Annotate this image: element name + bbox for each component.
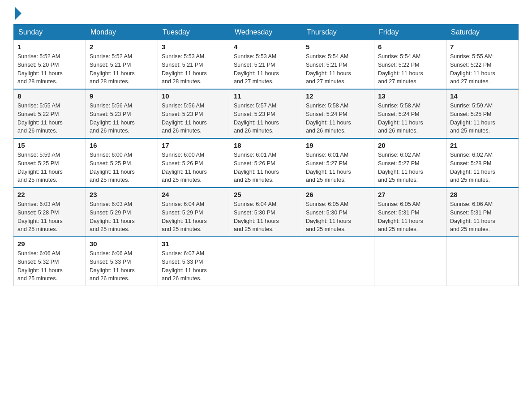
day-number: 28: [450, 191, 515, 198]
day-number: 15: [17, 141, 82, 149]
day-sun-info: Sunrise: 5:58 AMSunset: 5:24 PMDaylight:…: [378, 102, 442, 135]
day-of-week-header: Monday: [86, 25, 158, 40]
calendar-day-cell: 24Sunrise: 6:04 AMSunset: 5:29 PMDayligh…: [158, 188, 230, 237]
calendar-day-cell: 5Sunrise: 5:54 AMSunset: 5:21 PMDaylight…: [302, 40, 374, 90]
day-sun-info: Sunrise: 6:05 AMSunset: 5:31 PMDaylight:…: [378, 200, 442, 234]
page-header: [13, 9, 519, 20]
day-sun-info: Sunrise: 5:59 AMSunset: 5:25 PMDaylight:…: [450, 102, 515, 135]
day-sun-info: Sunrise: 6:03 AMSunset: 5:28 PMDaylight:…: [17, 200, 82, 234]
calendar-day-cell: 3Sunrise: 5:53 AMSunset: 5:21 PMDaylight…: [158, 40, 230, 90]
day-number: 26: [306, 191, 370, 198]
calendar-day-cell: 30Sunrise: 6:06 AMSunset: 5:33 PMDayligh…: [86, 237, 158, 286]
day-sun-info: Sunrise: 6:06 AMSunset: 5:33 PMDaylight:…: [90, 249, 154, 283]
calendar-day-cell: 21Sunrise: 6:02 AMSunset: 5:28 PMDayligh…: [446, 138, 519, 188]
calendar-day-cell: 28Sunrise: 6:06 AMSunset: 5:31 PMDayligh…: [446, 188, 519, 237]
calendar-day-cell: 23Sunrise: 6:03 AMSunset: 5:29 PMDayligh…: [86, 188, 158, 237]
calendar-day-cell: 20Sunrise: 6:02 AMSunset: 5:27 PMDayligh…: [374, 138, 446, 188]
day-sun-info: Sunrise: 5:56 AMSunset: 5:23 PMDaylight:…: [90, 102, 154, 135]
day-number: 25: [234, 191, 298, 198]
day-number: 24: [162, 191, 226, 198]
calendar-day-cell: 19Sunrise: 6:01 AMSunset: 5:27 PMDayligh…: [302, 138, 374, 188]
day-number: 21: [450, 141, 515, 149]
day-sun-info: Sunrise: 5:52 AMSunset: 5:20 PMDaylight:…: [17, 52, 82, 86]
calendar-week-row: 29Sunrise: 6:06 AMSunset: 5:32 PMDayligh…: [14, 237, 519, 286]
day-number: 19: [306, 141, 370, 149]
day-of-week-header: Wednesday: [230, 25, 302, 40]
day-of-week-header: Saturday: [446, 25, 519, 40]
day-sun-info: Sunrise: 6:04 AMSunset: 5:29 PMDaylight:…: [162, 200, 226, 234]
day-of-week-header: Sunday: [14, 25, 86, 40]
calendar-day-cell: 7Sunrise: 5:55 AMSunset: 5:22 PMDaylight…: [446, 40, 519, 90]
day-number: 29: [17, 240, 82, 248]
day-number: 2: [90, 43, 154, 51]
day-number: 22: [17, 191, 82, 198]
day-sun-info: Sunrise: 5:55 AMSunset: 5:22 PMDaylight:…: [450, 52, 515, 86]
day-sun-info: Sunrise: 5:57 AMSunset: 5:23 PMDaylight:…: [234, 102, 298, 135]
day-sun-info: Sunrise: 6:01 AMSunset: 5:26 PMDaylight:…: [234, 151, 298, 184]
day-number: 13: [378, 92, 442, 100]
calendar-day-cell: 17Sunrise: 6:00 AMSunset: 5:26 PMDayligh…: [158, 138, 230, 188]
calendar-week-row: 8Sunrise: 5:55 AMSunset: 5:22 PMDaylight…: [14, 89, 519, 138]
day-number: 27: [378, 191, 442, 198]
day-sun-info: Sunrise: 6:03 AMSunset: 5:29 PMDaylight:…: [90, 200, 154, 234]
day-sun-info: Sunrise: 6:00 AMSunset: 5:25 PMDaylight:…: [90, 151, 154, 184]
calendar-day-cell: 22Sunrise: 6:03 AMSunset: 5:28 PMDayligh…: [14, 188, 86, 237]
calendar-day-cell: [230, 237, 302, 286]
calendar-day-cell: 11Sunrise: 5:57 AMSunset: 5:23 PMDayligh…: [230, 89, 302, 138]
day-number: 6: [378, 43, 442, 51]
day-number: 18: [234, 141, 298, 149]
calendar-day-cell: [374, 237, 446, 286]
calendar-day-cell: 25Sunrise: 6:04 AMSunset: 5:30 PMDayligh…: [230, 188, 302, 237]
day-sun-info: Sunrise: 5:53 AMSunset: 5:21 PMDaylight:…: [234, 52, 298, 86]
calendar-week-row: 22Sunrise: 6:03 AMSunset: 5:28 PMDayligh…: [14, 188, 519, 237]
day-sun-info: Sunrise: 6:00 AMSunset: 5:26 PMDaylight:…: [162, 151, 226, 184]
day-of-week-header: Tuesday: [158, 25, 230, 40]
day-sun-info: Sunrise: 6:02 AMSunset: 5:28 PMDaylight:…: [450, 151, 515, 184]
calendar-week-row: 15Sunrise: 5:59 AMSunset: 5:25 PMDayligh…: [14, 138, 519, 188]
calendar-day-cell: 13Sunrise: 5:58 AMSunset: 5:24 PMDayligh…: [374, 89, 446, 138]
day-sun-info: Sunrise: 5:54 AMSunset: 5:21 PMDaylight:…: [306, 52, 370, 86]
calendar-day-cell: 12Sunrise: 5:58 AMSunset: 5:24 PMDayligh…: [302, 89, 374, 138]
day-number: 3: [162, 43, 226, 51]
calendar-day-cell: 15Sunrise: 5:59 AMSunset: 5:25 PMDayligh…: [14, 138, 86, 188]
day-number: 16: [90, 141, 154, 149]
day-number: 23: [90, 191, 154, 198]
calendar-day-cell: 31Sunrise: 6:07 AMSunset: 5:33 PMDayligh…: [158, 237, 230, 286]
calendar-day-cell: 6Sunrise: 5:54 AMSunset: 5:22 PMDaylight…: [374, 40, 446, 90]
day-sun-info: Sunrise: 6:07 AMSunset: 5:33 PMDaylight:…: [162, 249, 226, 283]
day-number: 14: [450, 92, 515, 100]
day-sun-info: Sunrise: 5:58 AMSunset: 5:24 PMDaylight:…: [306, 102, 370, 135]
day-number: 30: [90, 240, 154, 248]
calendar-week-row: 1Sunrise: 5:52 AMSunset: 5:20 PMDaylight…: [14, 40, 519, 90]
calendar-day-cell: 14Sunrise: 5:59 AMSunset: 5:25 PMDayligh…: [446, 89, 519, 138]
day-sun-info: Sunrise: 5:56 AMSunset: 5:23 PMDaylight:…: [162, 102, 226, 135]
calendar-day-cell: 16Sunrise: 6:00 AMSunset: 5:25 PMDayligh…: [86, 138, 158, 188]
day-number: 17: [162, 141, 226, 149]
day-number: 4: [234, 43, 298, 51]
calendar-day-cell: [302, 237, 374, 286]
day-sun-info: Sunrise: 5:54 AMSunset: 5:22 PMDaylight:…: [378, 52, 442, 86]
day-number: 5: [306, 43, 370, 51]
day-sun-info: Sunrise: 5:53 AMSunset: 5:21 PMDaylight:…: [162, 52, 226, 86]
calendar-day-cell: 1Sunrise: 5:52 AMSunset: 5:20 PMDaylight…: [14, 40, 86, 90]
day-sun-info: Sunrise: 6:06 AMSunset: 5:32 PMDaylight:…: [17, 249, 82, 283]
logo-arrow-icon: [15, 7, 21, 20]
calendar-header-row: SundayMondayTuesdayWednesdayThursdayFrid…: [14, 25, 519, 40]
day-sun-info: Sunrise: 5:55 AMSunset: 5:22 PMDaylight:…: [17, 102, 82, 135]
calendar-day-cell: [446, 237, 519, 286]
calendar-day-cell: 4Sunrise: 5:53 AMSunset: 5:21 PMDaylight…: [230, 40, 302, 90]
calendar-day-cell: 8Sunrise: 5:55 AMSunset: 5:22 PMDaylight…: [14, 89, 86, 138]
day-number: 10: [162, 92, 226, 100]
day-number: 11: [234, 92, 298, 100]
logo: [13, 9, 21, 20]
calendar-day-cell: 10Sunrise: 5:56 AMSunset: 5:23 PMDayligh…: [158, 89, 230, 138]
day-sun-info: Sunrise: 6:05 AMSunset: 5:30 PMDaylight:…: [306, 200, 370, 234]
day-sun-info: Sunrise: 5:52 AMSunset: 5:21 PMDaylight:…: [90, 52, 154, 86]
day-number: 8: [17, 92, 82, 100]
day-sun-info: Sunrise: 6:01 AMSunset: 5:27 PMDaylight:…: [306, 151, 370, 184]
calendar-day-cell: 26Sunrise: 6:05 AMSunset: 5:30 PMDayligh…: [302, 188, 374, 237]
day-of-week-header: Thursday: [302, 25, 374, 40]
day-number: 12: [306, 92, 370, 100]
day-of-week-header: Friday: [374, 25, 446, 40]
day-sun-info: Sunrise: 5:59 AMSunset: 5:25 PMDaylight:…: [17, 151, 82, 184]
